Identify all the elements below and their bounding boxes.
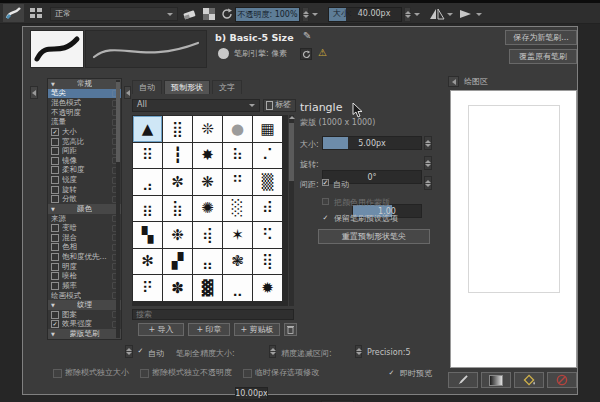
- brush-option-row[interactable]: 镜像: [48, 156, 121, 166]
- option-checkbox[interactable]: [51, 157, 59, 165]
- brush-tip-cell[interactable]: ✶: [223, 222, 252, 248]
- brush-tip-cell[interactable]: ●: [223, 116, 252, 142]
- brush-option-row[interactable]: ▼ 蒙版笔刷: [48, 329, 121, 339]
- brush-option-row[interactable]: ✓ 效果强度: [48, 320, 121, 330]
- brush-tip-cell[interactable]: ⢾: [193, 222, 222, 248]
- options-scrollbar[interactable]: [116, 80, 120, 338]
- overwrite-brush-button[interactable]: 覆盖原有笔刷: [509, 49, 577, 64]
- brush-option-row[interactable]: 色相: [48, 243, 121, 253]
- eraser-icon[interactable]: [182, 7, 196, 21]
- tip-size-slider[interactable]: 5.00px: [322, 136, 422, 150]
- brush-tip-cell[interactable]: ▒: [253, 169, 282, 195]
- mirror-vertical-icon[interactable]: [457, 7, 473, 21]
- section-collapse-icon[interactable]: ▼: [51, 81, 55, 87]
- reload-engine-icon[interactable]: [300, 48, 312, 60]
- size-options-icon[interactable]: [414, 13, 420, 16]
- brush-tip-cell[interactable]: ⠾: [253, 196, 282, 222]
- section-collapse-icon[interactable]: ▼: [51, 331, 55, 337]
- brush-tip-cell[interactable]: ⠌: [253, 143, 282, 169]
- scratchpad-paint-button[interactable]: [448, 372, 478, 388]
- choose-workspace-icon[interactable]: [30, 8, 43, 19]
- option-checkbox[interactable]: [51, 243, 59, 251]
- option-checkbox[interactable]: [51, 263, 59, 271]
- option-checkbox[interactable]: [51, 282, 59, 290]
- brush-tip-cell[interactable]: ✻: [133, 249, 162, 275]
- search-input[interactable]: [132, 309, 294, 320]
- brush-tip-cell[interactable]: ⠟: [133, 275, 162, 301]
- delete-tip-button[interactable]: [284, 323, 297, 336]
- option-checkbox[interactable]: ✓: [51, 320, 59, 328]
- brush-option-row[interactable]: 流量: [48, 118, 121, 128]
- brush-tip-cell[interactable]: ✺: [193, 196, 222, 222]
- option-checkbox[interactable]: ✓: [51, 128, 59, 136]
- full-size-field[interactable]: 10.00px: [235, 387, 268, 400]
- option-checkbox[interactable]: [51, 138, 59, 146]
- brush-tip-cell[interactable]: ⣀: [223, 275, 252, 301]
- brush-tip-cell[interactable]: ┇: [163, 143, 192, 169]
- mirror-horizontal-icon[interactable]: [428, 7, 445, 21]
- brush-tip-cell[interactable]: ⣷: [163, 196, 192, 222]
- preserve-settings-checkbox[interactable]: ✓: [322, 214, 329, 221]
- footer-toggle[interactable]: 临时保存选项修改: [243, 369, 319, 378]
- scratchpad-fill-button[interactable]: [514, 372, 544, 388]
- app-logo-icon[interactable]: [3, 4, 24, 22]
- spacing-auto-checkbox[interactable]: ✓: [322, 179, 329, 186]
- brush-tip-cell[interactable]: ⢿: [253, 249, 282, 275]
- option-checkbox[interactable]: [51, 253, 59, 261]
- footer-checkbox[interactable]: [53, 369, 62, 378]
- option-checkbox[interactable]: [51, 147, 59, 155]
- brush-option-row[interactable]: 明度: [48, 262, 121, 272]
- blend-mode-select[interactable]: 正常: [50, 7, 178, 21]
- brush-tip-cell[interactable]: ⣿: [163, 116, 192, 142]
- size-slider[interactable]: 大小: 40.00px: [328, 7, 402, 22]
- brush-option-row[interactable]: 饱和度优先...: [48, 252, 121, 262]
- footer-checkbox[interactable]: [243, 369, 252, 378]
- brush-option-row[interactable]: 频率: [48, 281, 121, 291]
- instant-preview-checkbox[interactable]: ✓: [388, 369, 395, 376]
- brush-option-row[interactable]: 喷枪: [48, 272, 121, 282]
- list-splitter-handle[interactable]: [124, 86, 131, 99]
- brush-tip-cell[interactable]: ⣤: [193, 249, 222, 275]
- brush-option-row[interactable]: ✓ 大小: [48, 127, 121, 137]
- save-new-brush-button[interactable]: 保存为新笔刷...: [505, 30, 577, 45]
- brush-option-row[interactable]: 柔和度: [48, 166, 121, 176]
- brush-tip-cell[interactable]: ✼: [163, 169, 192, 195]
- brush-tip-cell[interactable]: ▞: [163, 249, 192, 275]
- brush-option-row[interactable]: ▼ 常规: [48, 79, 121, 89]
- option-checkbox[interactable]: [51, 166, 59, 174]
- spacing-stepper[interactable]: [424, 176, 432, 190]
- brush-tip-cell[interactable]: ⠫: [253, 222, 282, 248]
- brush-option-row[interactable]: 图案: [48, 310, 121, 320]
- brush-option-row[interactable]: 不透明度: [48, 108, 121, 118]
- option-checkbox[interactable]: [51, 311, 59, 319]
- mirror-v-dropdown-icon[interactable]: [476, 13, 482, 16]
- brush-tip-cell[interactable]: ✸: [193, 143, 222, 169]
- rename-pencil-icon[interactable]: ✎: [303, 30, 311, 41]
- grid-scrollbar[interactable]: [289, 115, 294, 306]
- brush-tip-cell[interactable]: ❊: [193, 116, 222, 142]
- section-collapse-icon[interactable]: ▼: [51, 206, 55, 212]
- brush-tip-cell[interactable]: ⠛: [223, 169, 252, 195]
- brush-tip-cell[interactable]: ✹: [253, 275, 282, 301]
- option-checkbox[interactable]: [51, 234, 59, 242]
- brush-option-row[interactable]: 来源: [48, 214, 121, 224]
- opacity-stepper[interactable]: [302, 7, 309, 22]
- brush-option-row[interactable]: 锐度: [48, 175, 121, 185]
- scratchpad-clear-button[interactable]: [547, 372, 577, 388]
- use-color-checkbox[interactable]: [322, 198, 329, 205]
- option-checkbox[interactable]: [51, 224, 59, 232]
- brush-option-row[interactable]: 间距: [48, 146, 121, 156]
- scratchpad-collapse-icon[interactable]: [448, 76, 459, 87]
- brush-option-row[interactable]: 绘画模式: [48, 291, 121, 301]
- reload-preset-icon[interactable]: [220, 7, 233, 21]
- tag-filter-select[interactable]: All: [132, 99, 260, 112]
- brush-option-row[interactable]: ▼ 纹理: [48, 300, 121, 310]
- full-size-stepper[interactable]: [269, 345, 276, 358]
- preserve-alpha-icon[interactable]: [203, 8, 215, 20]
- option-checkbox[interactable]: [51, 272, 59, 280]
- tag-button[interactable]: 标签: [263, 99, 296, 112]
- options-collapse-handle[interactable]: [30, 86, 38, 99]
- option-checkbox[interactable]: [51, 186, 59, 194]
- footer-checkbox[interactable]: [140, 369, 149, 378]
- brush-option-row[interactable]: 混色模式: [48, 98, 121, 108]
